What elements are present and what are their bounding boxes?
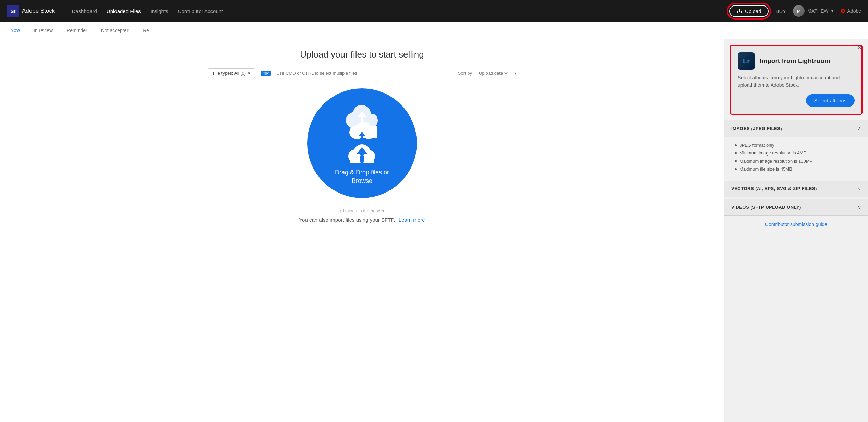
accordion-vectors-title: VECTORS (AI, EPS, SVG & ZIP FILES) (731, 186, 817, 191)
bullet-icon (735, 144, 737, 146)
accordion-images: IMAGES (JPEG FILES) ∧ JPEG format only M… (724, 120, 868, 179)
right-panel: ✕ Lr Import from Lightroom Select albums… (724, 39, 868, 422)
adobe-icon: ⊕ (840, 7, 845, 15)
nav-uploaded-files[interactable]: Uploaded Files (107, 7, 141, 15)
upload-header-hint: ↑ Upload in the header (340, 208, 385, 213)
tab-new[interactable]: New (10, 23, 20, 38)
main-content: Upload your files to start selling File … (0, 39, 724, 422)
list-item: JPEG format only (735, 141, 861, 149)
header-divider (63, 6, 63, 16)
svg-rect-12 (360, 155, 364, 163)
upload-circle-text: Drag & Drop files or Browse (335, 168, 389, 185)
lr-card-header: Lr Import from Lightroom (738, 52, 855, 70)
app-header: St Adobe Stock Dashboard Uploaded Files … (0, 0, 868, 22)
adobe-branding: ⊕ Adobe (840, 7, 861, 15)
tip-badge: TIP (261, 71, 271, 76)
accordion-videos-title: VIDEOS (SFTP UPLOAD ONLY) (731, 204, 801, 210)
lightroom-card: Lr Import from Lightroom Select albums f… (730, 45, 863, 115)
nav-insights[interactable]: Insights (150, 7, 168, 15)
accordion-images-header[interactable]: IMAGES (JPEG FILES) ∧ (724, 120, 868, 137)
list-item: Maximum image resolution is 100MP (735, 157, 861, 165)
tab-re[interactable]: Re... (143, 23, 153, 38)
bullet-icon (735, 160, 737, 162)
user-name: MATHEW (807, 8, 828, 14)
tab-not-accepted[interactable]: Not accepted (101, 23, 130, 38)
svg-rect-6 (361, 136, 363, 143)
lightroom-icon: Lr (738, 52, 755, 70)
sftp-text: You can also import files using your SFT… (299, 217, 425, 223)
accordion-videos: VIDEOS (SFTP UPLOAD ONLY) ∨ (724, 199, 868, 216)
page-title: Upload your files to start selling (300, 49, 424, 60)
main-nav: Dashboard Uploaded Files Insights Contri… (72, 7, 223, 15)
select-albums-button[interactable]: Select albums (806, 94, 855, 107)
chevron-down-icon: ∨ (858, 186, 861, 191)
logo-section: St Adobe Stock (7, 5, 55, 17)
user-menu[interactable]: M MATHEW ▾ (793, 5, 833, 17)
tab-reminder[interactable]: Reminder (67, 23, 87, 38)
accordion-images-title: IMAGES (JPEG FILES) (731, 126, 782, 131)
nav-dashboard[interactable]: Dashboard (72, 7, 97, 15)
file-types-dropdown[interactable]: File types: All (0) ▾ (208, 68, 255, 78)
list-item: Maximum file size is 45MB (735, 165, 861, 173)
buy-link[interactable]: BUY (775, 8, 786, 14)
logo-text: Adobe Stock (22, 8, 55, 14)
learn-more-link[interactable]: Learn more (399, 217, 425, 223)
tip-text: Use CMD or CTRL to select multiple files (276, 71, 357, 76)
accordion-images-body: JPEG format only Minimum image resolutio… (724, 137, 868, 179)
chevron-up-icon: ∧ (858, 126, 861, 131)
sort-by-select[interactable]: Upload date (478, 70, 509, 76)
contributor-link[interactable]: Contributor submission guide (724, 216, 868, 233)
upload-icon (737, 8, 742, 14)
logo-icon: St (7, 5, 19, 17)
bullet-icon (735, 152, 737, 154)
chevron-down-icon: ∨ (858, 204, 861, 210)
nav-contributor-account[interactable]: Contributor Account (178, 7, 223, 15)
accordion-vectors-header[interactable]: VECTORS (AI, EPS, SVG & ZIP FILES) ∨ (724, 181, 868, 197)
upload-drop-zone[interactable]: Drag & Drop files or Browse (307, 88, 417, 198)
tab-in-review[interactable]: In review (34, 23, 53, 38)
chevron-down-icon: ▾ (831, 9, 833, 13)
list-item: Minimum image resolution is 4MP (735, 149, 861, 157)
cloud-upload-icon-main (347, 119, 377, 147)
accordion-videos-header[interactable]: VIDEOS (SFTP UPLOAD ONLY) ∨ (724, 199, 868, 216)
filter-bar: File types: All (0) ▾ TIP Use CMD or CTR… (208, 68, 516, 78)
user-avatar: M (793, 5, 805, 17)
lr-card-title: Import from Lightroom (760, 57, 830, 65)
bullet-icon (735, 168, 737, 170)
sort-by-label: Sort by (458, 71, 472, 76)
chevron-down-icon: ▾ (248, 71, 250, 76)
content-area: Upload your files to start selling File … (0, 39, 868, 422)
lr-card-description: Select albums from your Lightroom accoun… (738, 74, 855, 89)
tabs-bar: New In review Reminder Not accepted Re..… (0, 22, 868, 39)
header-right: Upload BUY M MATHEW ▾ ⊕ Adobe (729, 5, 861, 17)
sort-chevron-icon: ▾ (514, 71, 516, 76)
close-button[interactable]: ✕ (857, 43, 863, 51)
upload-button[interactable]: Upload (729, 5, 769, 17)
accordion-vectors: VECTORS (AI, EPS, SVG & ZIP FILES) ∨ (724, 181, 868, 197)
